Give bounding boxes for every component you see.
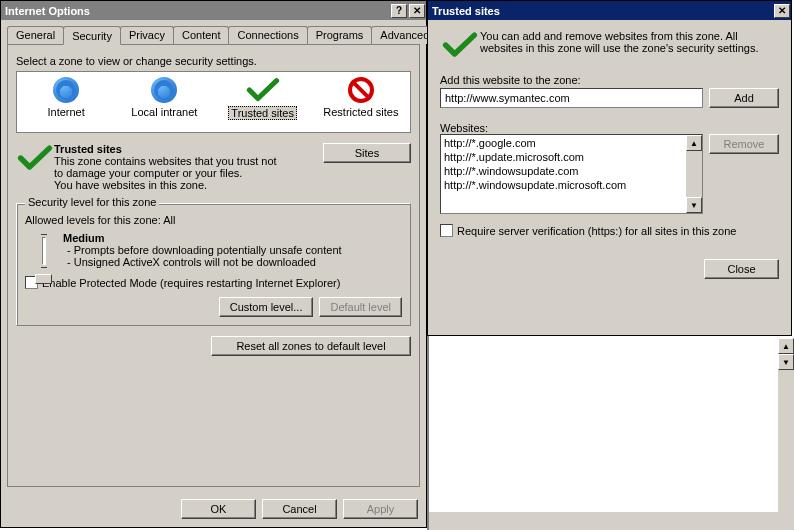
default-level-button[interactable]: Default level (319, 297, 402, 317)
scroll-up-icon[interactable]: ▲ (686, 135, 702, 151)
level-description: Medium - Prompts before downloading pote… (63, 232, 402, 268)
globe-icon (150, 76, 178, 104)
protected-mode-label: Enable Protected Mode (requires restarti… (42, 277, 340, 289)
security-level-group: Security level for this zone Allowed lev… (16, 203, 411, 326)
zone-desc-line2: You have websites in this zone. (54, 179, 317, 191)
checkmark-icon (440, 30, 480, 60)
require-https-checkbox[interactable] (440, 224, 453, 237)
tab-content[interactable]: Content (173, 26, 230, 44)
zone-desc-title: Trusted sites (54, 143, 317, 155)
close-button[interactable]: ✕ (409, 4, 425, 18)
add-website-input[interactable] (440, 88, 703, 108)
checkmark-icon (246, 76, 280, 104)
internet-options-dialog: Internet Options ? ✕ General Security Pr… (0, 0, 427, 528)
zone-trusted-sites-label: Trusted sites (228, 106, 297, 120)
zone-selector: Internet Local intranet Trusted sites Re… (16, 71, 411, 133)
internet-options-titlebar: Internet Options ? ✕ (1, 1, 426, 20)
reset-all-zones-button[interactable]: Reset all zones to default level (211, 336, 411, 356)
scroll-down-icon[interactable]: ▼ (778, 354, 794, 370)
trusted-sites-titlebar: Trusted sites ✕ (428, 1, 791, 20)
scroll-up-icon[interactable]: ▲ (778, 338, 794, 354)
list-item[interactable]: http://*.update.microsoft.com (444, 150, 684, 164)
zone-prompt: Select a zone to view or change security… (16, 55, 411, 67)
add-website-label: Add this website to the zone: (440, 74, 779, 86)
zone-restricted-sites[interactable]: Restricted sites (312, 76, 410, 132)
require-https-label: Require server verification (https:) for… (457, 225, 736, 237)
zone-local-intranet[interactable]: Local intranet (115, 76, 213, 132)
help-button[interactable]: ? (391, 4, 407, 18)
security-level-legend: Security level for this zone (25, 196, 159, 208)
custom-level-button[interactable]: Custom level... (219, 297, 314, 317)
zone-internet-label: Internet (17, 106, 115, 118)
zone-internet[interactable]: Internet (17, 76, 115, 132)
trusted-sites-title: Trusted sites (432, 5, 500, 17)
globe-icon (52, 76, 80, 104)
checkmark-icon (16, 143, 54, 191)
internet-options-title: Internet Options (5, 5, 90, 17)
zone-restricted-sites-label: Restricted sites (312, 106, 410, 118)
listbox-scrollbar[interactable]: ▲ ▼ (686, 135, 702, 213)
trusted-sites-dialog: Trusted sites ✕ You can add and remove w… (427, 0, 792, 336)
level-bullet-2: - Unsigned ActiveX controls will not be … (63, 256, 402, 268)
tab-connections[interactable]: Connections (228, 26, 307, 44)
slider-thumb[interactable] (35, 274, 52, 284)
restricted-icon (347, 76, 375, 104)
apply-button[interactable]: Apply (343, 499, 418, 519)
level-bullet-1: - Prompts before downloading potentially… (63, 244, 402, 256)
scrollbar[interactable]: ▲ ▼ (778, 338, 794, 512)
add-button[interactable]: Add (709, 88, 779, 108)
allowed-levels: Allowed levels for this zone: All (25, 214, 402, 226)
tab-programs[interactable]: Programs (307, 26, 373, 44)
tab-security[interactable]: Security (63, 26, 121, 45)
sites-button[interactable]: Sites (323, 143, 411, 163)
list-item[interactable]: http://*.windowsupdate.microsoft.com (444, 178, 684, 192)
zone-description: Trusted sites This zone contains website… (54, 143, 323, 191)
trusted-intro: You can add and remove websites from thi… (480, 30, 779, 60)
tabs: General Security Privacy Content Connect… (7, 26, 420, 44)
tab-privacy[interactable]: Privacy (120, 26, 174, 44)
zone-desc-line1: This zone contains websites that you tru… (54, 155, 284, 179)
ok-button[interactable]: OK (181, 499, 256, 519)
cancel-button[interactable]: Cancel (262, 499, 337, 519)
list-item[interactable]: http://*.google.com (444, 136, 684, 150)
close-dialog-button[interactable]: Close (704, 259, 779, 279)
level-name: Medium (63, 232, 402, 244)
websites-listbox[interactable]: http://*.google.com http://*.update.micr… (440, 134, 703, 214)
close-button[interactable]: ✕ (774, 4, 790, 18)
scroll-down-icon[interactable]: ▼ (686, 197, 702, 213)
websites-label: Websites: (440, 122, 779, 134)
security-slider[interactable] (25, 232, 63, 268)
list-item[interactable]: http://*.windowsupdate.com (444, 164, 684, 178)
dialog-footer: OK Cancel Apply (1, 493, 426, 527)
tab-general[interactable]: General (7, 26, 64, 44)
security-panel: Select a zone to view or change security… (7, 44, 420, 487)
zone-trusted-sites[interactable]: Trusted sites (214, 76, 312, 132)
remove-button[interactable]: Remove (709, 134, 779, 154)
zone-local-intranet-label: Local intranet (115, 106, 213, 118)
